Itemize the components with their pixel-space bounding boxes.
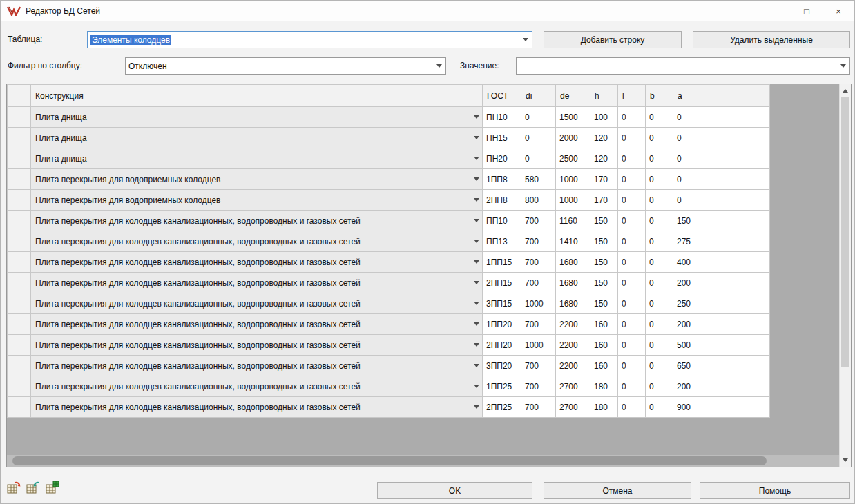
cell-h[interactable]: 160 [590, 314, 618, 335]
cell-gost[interactable]: 1ПП8 [483, 169, 521, 190]
cell-gost[interactable]: ПП10 [483, 211, 521, 231]
cell-l[interactable]: 0 [618, 293, 646, 314]
cell-de[interactable]: 1680 [556, 273, 590, 293]
cell-h[interactable]: 120 [590, 128, 618, 148]
cell-b[interactable]: 0 [646, 356, 673, 376]
maximize-button[interactable]: □ [791, 1, 823, 21]
value-combobox[interactable] [516, 57, 850, 75]
cell-l[interactable]: 0 [618, 211, 646, 231]
construction-combobox[interactable]: Плита перекрытия для колодцев канализаци… [31, 273, 482, 293]
cell-h[interactable]: 170 [590, 190, 618, 211]
row-selector[interactable] [8, 293, 31, 314]
cell-b[interactable]: 0 [646, 273, 673, 293]
cell-h[interactable]: 180 [590, 376, 618, 397]
scroll-down-icon[interactable] [840, 454, 851, 466]
construction-combobox[interactable]: Плита перекрытия для колодцев канализаци… [31, 293, 482, 313]
cell-di[interactable]: 0 [521, 128, 556, 148]
cell-gost[interactable]: 3ПП15 [483, 293, 521, 314]
cell-l[interactable]: 0 [618, 107, 646, 128]
db-save-button[interactable] [44, 478, 61, 496]
cell-di[interactable]: 700 [521, 211, 556, 231]
cell-l[interactable]: 0 [618, 335, 646, 356]
cell-l[interactable]: 0 [618, 356, 646, 376]
cell-b[interactable]: 0 [646, 293, 673, 314]
cell-gost[interactable]: 2ПП8 [483, 190, 521, 211]
cell-a[interactable]: 200 [673, 376, 770, 397]
cell-b[interactable]: 0 [646, 335, 673, 356]
cell-b[interactable]: 0 [646, 211, 673, 231]
row-selector[interactable] [8, 107, 31, 128]
cell-h[interactable]: 150 [590, 293, 618, 314]
row-selector[interactable] [8, 335, 31, 356]
cell-gost[interactable]: 3ПП20 [483, 356, 521, 376]
cell-gost[interactable]: ПН15 [483, 128, 521, 148]
cell-di[interactable]: 700 [521, 356, 556, 376]
filter-column-combobox[interactable]: Отключен [125, 57, 446, 75]
cell-h[interactable]: 160 [590, 356, 618, 376]
cell-di[interactable]: 1000 [521, 335, 556, 356]
cell-a[interactable]: 500 [673, 335, 770, 356]
construction-combobox[interactable]: Плита перекрытия для колодцев канализаци… [31, 231, 482, 251]
row-selector[interactable] [8, 169, 31, 190]
row-selector[interactable] [8, 252, 31, 273]
row-selector[interactable] [8, 397, 31, 418]
cell-l[interactable]: 0 [618, 314, 646, 335]
cell-a[interactable]: 200 [673, 314, 770, 335]
cell-a[interactable]: 0 [673, 190, 770, 211]
cell-a[interactable]: 0 [673, 169, 770, 190]
cell-h[interactable]: 150 [590, 211, 618, 231]
cell-a[interactable]: 150 [673, 211, 770, 231]
cell-l[interactable]: 0 [618, 376, 646, 397]
cell-di[interactable]: 0 [521, 148, 556, 169]
cell-de[interactable]: 1680 [556, 252, 590, 273]
cell-di[interactable]: 800 [521, 190, 556, 211]
cell-de[interactable]: 2000 [556, 128, 590, 148]
cell-a[interactable]: 0 [673, 107, 770, 128]
cell-h[interactable]: 120 [590, 148, 618, 169]
cell-de[interactable]: 2200 [556, 335, 590, 356]
cell-di[interactable]: 0 [521, 107, 556, 128]
construction-combobox[interactable]: Плита перекрытия для колодцев канализаци… [31, 335, 482, 355]
cell-di[interactable]: 580 [521, 169, 556, 190]
cell-di[interactable]: 700 [521, 376, 556, 397]
delete-selected-button[interactable]: Удалить выделенные [693, 31, 850, 48]
cell-gost[interactable]: 2ПП15 [483, 273, 521, 293]
close-button[interactable]: × [823, 1, 854, 21]
cell-a[interactable]: 400 [673, 252, 770, 273]
row-selector[interactable] [8, 231, 31, 252]
cell-a[interactable]: 200 [673, 273, 770, 293]
cell-de[interactable]: 2200 [556, 356, 590, 376]
row-selector[interactable] [8, 190, 31, 211]
cell-b[interactable]: 0 [646, 128, 673, 148]
construction-combobox[interactable]: Плита перекрытия для водоприемных колодц… [31, 169, 482, 189]
cell-l[interactable]: 0 [618, 273, 646, 293]
cell-de[interactable]: 1410 [556, 231, 590, 252]
row-selector[interactable] [8, 376, 31, 397]
construction-combobox[interactable]: Плита перекрытия для колодцев канализаци… [31, 211, 482, 231]
cell-gost[interactable]: 1ПП15 [483, 252, 521, 273]
construction-combobox[interactable]: Плита днища [31, 107, 482, 127]
row-selector[interactable] [8, 314, 31, 335]
cell-gost[interactable]: ПН10 [483, 107, 521, 128]
scroll-up-icon[interactable] [840, 85, 851, 97]
construction-combobox[interactable]: Плита перекрытия для колодцев канализаци… [31, 356, 482, 376]
cell-de[interactable]: 2700 [556, 397, 590, 418]
cell-gost[interactable]: 1ПП25 [483, 376, 521, 397]
add-row-button[interactable]: Добавить строку [544, 31, 682, 48]
cell-di[interactable]: 700 [521, 273, 556, 293]
cell-h[interactable]: 100 [590, 107, 618, 128]
cell-h[interactable]: 150 [590, 252, 618, 273]
cell-l[interactable]: 0 [618, 169, 646, 190]
ok-button[interactable]: OK [377, 482, 532, 499]
cell-h[interactable]: 180 [590, 397, 618, 418]
cell-h[interactable]: 170 [590, 169, 618, 190]
construction-combobox[interactable]: Плита днища [31, 148, 482, 168]
cell-de[interactable]: 1500 [556, 107, 590, 128]
cell-h[interactable]: 150 [590, 273, 618, 293]
cell-b[interactable]: 0 [646, 169, 673, 190]
cell-a[interactable]: 0 [673, 128, 770, 148]
vertical-scrollbar-thumb[interactable] [841, 97, 849, 367]
cell-a[interactable]: 0 [673, 148, 770, 169]
cell-di[interactable]: 700 [521, 397, 556, 418]
cell-gost[interactable]: 2ПП25 [483, 397, 521, 418]
